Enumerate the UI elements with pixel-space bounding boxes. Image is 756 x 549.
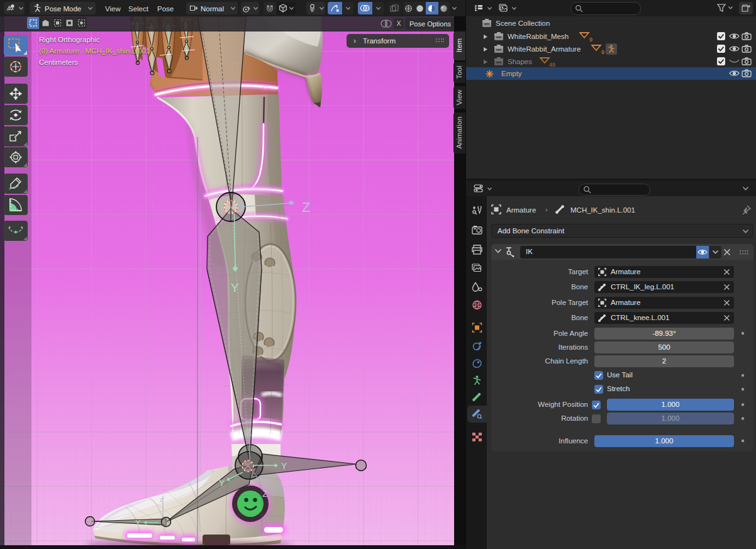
svg-text:Y: Y xyxy=(219,478,225,488)
svg-text:Z: Z xyxy=(246,426,252,437)
svg-text:49: 49 xyxy=(549,62,555,67)
svg-text:Y: Y xyxy=(135,518,141,528)
svg-text:Z: Z xyxy=(262,488,268,499)
svg-text:9: 9 xyxy=(601,49,604,55)
svg-text:Y: Y xyxy=(281,461,287,471)
svg-text:Y: Y xyxy=(231,281,239,294)
svg-text:Z: Z xyxy=(302,199,310,215)
svg-text:9: 9 xyxy=(589,36,592,42)
svg-text:z: z xyxy=(160,496,164,503)
